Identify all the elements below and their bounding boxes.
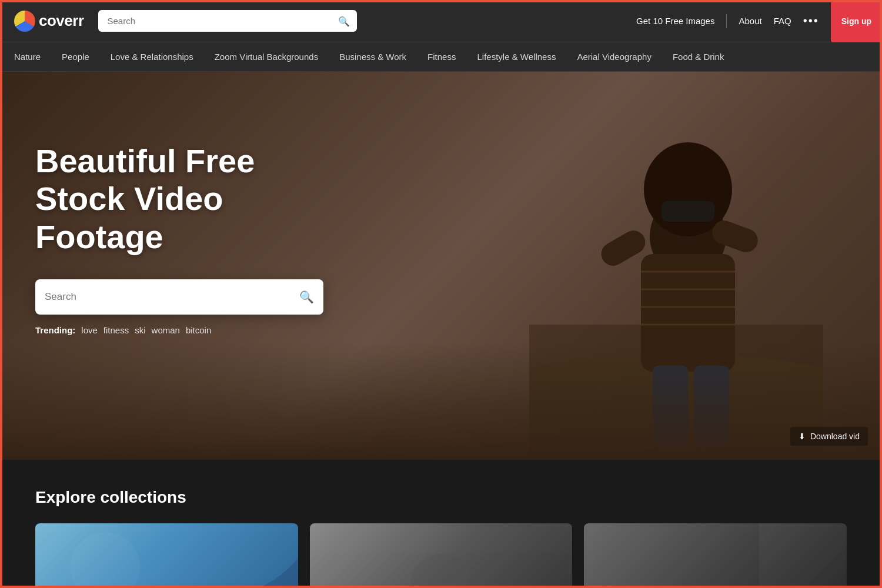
trending-tag-fitness[interactable]: fitness	[103, 325, 129, 335]
nav-item-nature[interactable]: Nature	[14, 42, 51, 72]
download-icon: ⬇	[799, 432, 806, 441]
more-options-button[interactable]: •••	[803, 14, 819, 28]
header: coverr 🔍 Get 10 Free Images About FAQ ••…	[0, 0, 882, 42]
trending-section: Trending: love fitness ski woman bitcoin	[35, 325, 847, 335]
nav-bar: Nature People Love & Relationships Zoom …	[0, 42, 882, 72]
nav-item-business[interactable]: Business & Work	[329, 42, 417, 72]
header-divider	[726, 14, 727, 28]
download-video-label: Download vid	[810, 432, 860, 441]
nav-item-aerial[interactable]: Aerial Videography	[566, 42, 662, 72]
hero-search-input[interactable]	[45, 291, 299, 303]
logo-icon	[14, 11, 35, 32]
nav-item-fitness[interactable]: Fitness	[417, 42, 466, 72]
nav-item-zoom[interactable]: Zoom Virtual Backgrounds	[204, 42, 329, 72]
hero-search-box: 🔍	[35, 279, 323, 315]
nav-item-people[interactable]: People	[51, 42, 100, 72]
trending-tag-ski[interactable]: ski	[135, 325, 145, 335]
signup-button[interactable]: Sign up	[831, 0, 882, 42]
collection-card-nature[interactable]	[35, 523, 298, 588]
hero-title: Beautiful Free Stock Video Footage	[35, 142, 341, 256]
header-search-input[interactable]	[98, 10, 357, 32]
collections-grid	[35, 523, 847, 588]
trending-label: Trending:	[35, 325, 75, 335]
hero-search-icon[interactable]: 🔍	[299, 290, 314, 304]
hero-content: Beautiful Free Stock Video Footage 🔍 Tre…	[0, 72, 882, 335]
logo-text: coverr	[39, 12, 84, 30]
hero-section: Beautiful Free Stock Video Footage 🔍 Tre…	[0, 72, 882, 460]
collections-title: Explore collections	[35, 488, 847, 507]
collection-card-people[interactable]	[310, 523, 573, 588]
collection-card-business[interactable]	[584, 523, 847, 588]
collections-section: Explore collections	[0, 460, 882, 588]
about-link[interactable]: About	[739, 16, 761, 26]
svg-point-16	[410, 554, 472, 588]
nav-item-love[interactable]: Love & Relationships	[100, 42, 204, 72]
nav-item-food[interactable]: Food & Drink	[662, 42, 735, 72]
header-right: Get 10 Free Images About FAQ ••• Sign up	[636, 0, 868, 42]
get-free-images-link[interactable]: Get 10 Free Images	[636, 16, 714, 26]
download-video-button[interactable]: ⬇ Download vid	[790, 427, 868, 446]
trending-tag-bitcoin[interactable]: bitcoin	[186, 325, 211, 335]
trending-tag-woman[interactable]: woman	[152, 325, 180, 335]
logo[interactable]: coverr	[14, 11, 84, 32]
nav-item-lifestyle[interactable]: Lifestyle & Wellness	[466, 42, 566, 72]
trending-tag-love[interactable]: love	[81, 325, 98, 335]
svg-point-14	[71, 532, 141, 588]
faq-link[interactable]: FAQ	[774, 16, 791, 26]
header-search-container: 🔍	[98, 10, 357, 32]
